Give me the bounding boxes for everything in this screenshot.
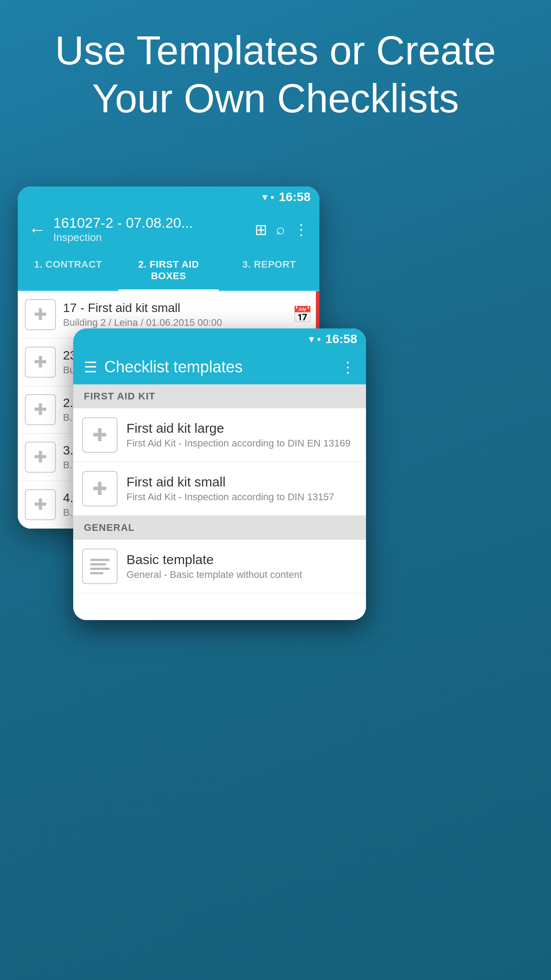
toolbar-subtitle: Inspection [53,231,248,244]
status-time-back: 16:58 [279,190,311,204]
item-icon-box: ✚ [25,489,56,520]
item-name: 17 - First aid kit small [63,301,288,315]
item-info: 17 - First aid kit small Building 2 / Le… [63,301,288,328]
status-time-front: 16:58 [325,332,357,346]
line [90,568,110,570]
template-name: First aid kit small [126,474,357,490]
toolbar-actions: ⊞ ⌕ ⋮ [255,221,309,238]
line [90,559,110,561]
line [90,563,106,565]
hierarchy-icon[interactable]: ⊞ [255,221,267,238]
template-desc: General - Basic template without content [126,569,357,581]
section-header-text-general: GENERAL [84,522,355,533]
plus-icon: ✚ [34,305,47,324]
template-icon-box: ✚ [82,417,118,453]
item-meta: Building 2 / Leina / 01.06.2015 00:00 [63,317,288,328]
toolbar-back: ← 161027-2 - 07.08.20... Inspection ⊞ ⌕ … [18,208,319,251]
back-arrow-icon[interactable]: ← [28,221,46,238]
phone-foreground: ▾ ▪ 16:58 ☰ Checklist templates ⋮ FIRST … [73,328,366,620]
tab-contract[interactable]: 1. CONTRACT [18,251,118,290]
template-icon-box-lines [82,549,118,584]
item-icon-box: ✚ [25,442,56,473]
plus-icon: ✚ [34,353,47,371]
front-toolbar: ☰ Checklist templates ⋮ [73,350,366,384]
template-item[interactable]: ✚ First aid kit small First Aid Kit - In… [73,462,366,516]
section-header-first-aid: FIRST AID KIT [73,384,366,408]
template-item[interactable]: Basic template General - Basic template … [73,540,366,593]
item-icon-box: ✚ [25,299,56,330]
template-desc: First Aid Kit - Inspection according to … [126,491,357,503]
lines-icon [84,553,116,581]
more-icon[interactable]: ⋮ [294,221,309,238]
template-name: First aid kit large [126,421,357,436]
tab-bar: 1. CONTRACT 2. FIRST AID BOXES 3. REPORT [18,251,319,291]
hamburger-icon[interactable]: ☰ [84,358,97,376]
section-header-general: GENERAL [73,516,366,540]
item-icon-box: ✚ [25,347,56,378]
front-toolbar-title: Checklist templates [104,358,333,376]
template-info: First aid kit small First Aid Kit - Insp… [126,474,357,503]
template-name: Basic template [126,552,357,567]
status-icons-front: ▾ ▪ [309,333,321,345]
template-info: First aid kit large First Aid Kit - Insp… [126,421,357,449]
template-desc: First Aid Kit - Inspection according to … [126,438,357,449]
toolbar-title-area: 161027-2 - 07.08.20... Inspection [53,215,248,244]
item-icon-box: ✚ [25,394,56,425]
more-icon-front[interactable]: ⋮ [340,358,355,376]
section-header-text: FIRST AID KIT [84,391,355,402]
line [90,572,103,574]
plus-icon: ✚ [34,400,47,419]
toolbar-title: 161027-2 - 07.08.20... [53,215,248,231]
status-icons: ▾ ▪ [262,191,274,203]
template-item[interactable]: ✚ First aid kit large First Aid Kit - In… [73,408,366,462]
tab-report[interactable]: 3. REPORT [219,251,319,290]
template-icon-box: ✚ [82,471,118,506]
plus-icon: ✚ [92,478,107,499]
tab-first-aid-boxes[interactable]: 2. FIRST AID BOXES [118,251,219,290]
search-icon[interactable]: ⌕ [276,221,285,238]
calendar-icon: 📅 [292,305,312,324]
hero-title: Use Templates or Create Your Own Checkli… [0,27,551,122]
template-info: Basic template General - Basic template … [126,552,357,581]
plus-icon: ✚ [34,448,47,466]
bottom-spacer [73,593,366,620]
status-bar-front: ▾ ▪ 16:58 [73,328,366,350]
plus-icon: ✚ [92,425,107,445]
plus-icon: ✚ [34,495,47,514]
status-bar-back: ▾ ▪ 16:58 [18,186,319,208]
